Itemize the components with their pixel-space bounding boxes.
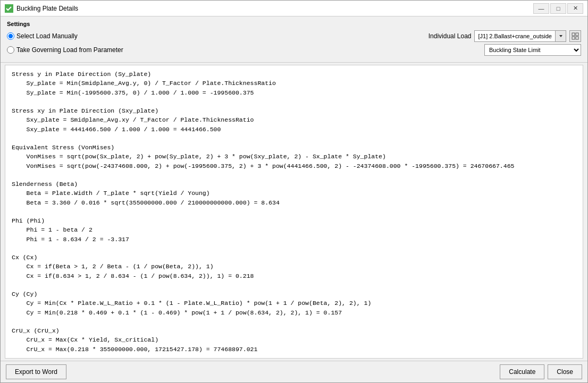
close-button[interactable]: Close: [548, 364, 582, 379]
title-bar: Buckling Plate Details — □ ✕: [1, 1, 587, 16]
content-area: Stress y in Plate Direction (Sy_plate) S…: [5, 65, 583, 359]
window-icon: [5, 4, 13, 13]
main-window: Buckling Plate Details — □ ✕ Settings Se…: [0, 0, 588, 383]
settings-section: Settings Select Load Manually Individual…: [1, 16, 587, 63]
settings-row-2: Take Governing Load from Parameter Buckl…: [7, 44, 581, 56]
settings-label: Settings: [7, 21, 581, 27]
window-title: Buckling Plate Details: [16, 5, 533, 12]
individual-load-label: Individual Load: [429, 32, 472, 40]
content-scroll[interactable]: Stress y in Plate Direction (Sy_plate) S…: [5, 65, 583, 358]
settings-row-1: Select Load Manually Individual Load [J1…: [7, 30, 581, 42]
individual-load-dropdown-btn[interactable]: [555, 31, 566, 41]
individual-load-group: Individual Load [J1] 2.Ballast+crane_out…: [429, 30, 581, 42]
radio-governing-load-label: Take Governing Load from Parameter: [16, 46, 123, 54]
state-limit-group: Buckling State Limit: [484, 44, 581, 56]
close-window-button[interactable]: ✕: [567, 3, 583, 14]
minimize-button[interactable]: —: [533, 3, 549, 14]
individual-load-value: [J1] 2.Ballast+crane_outside: [475, 33, 555, 39]
radio-select-load[interactable]: Select Load Manually: [7, 32, 78, 40]
window-controls: — □ ✕: [533, 3, 583, 14]
individual-load-dropdown[interactable]: [J1] 2.Ballast+crane_outside: [474, 30, 566, 42]
radio-select-load-input[interactable]: [7, 32, 14, 40]
state-limit-select[interactable]: Buckling State Limit: [485, 45, 581, 55]
export-to-word-button[interactable]: Export to Word: [6, 364, 66, 379]
radio-governing-load[interactable]: Take Governing Load from Parameter: [7, 46, 123, 54]
svg-marker-1: [559, 35, 562, 37]
svg-rect-4: [572, 37, 575, 39]
state-limit-select-wrapper[interactable]: Buckling State Limit: [484, 44, 581, 56]
svg-rect-3: [576, 33, 578, 36]
radio-select-load-label: Select Load Manually: [16, 32, 78, 40]
bottom-bar: Export to Word Calculate Close: [1, 361, 587, 382]
svg-rect-2: [572, 33, 575, 36]
maximize-button[interactable]: □: [550, 3, 566, 14]
load-picker-btn[interactable]: [569, 30, 581, 42]
radio-governing-load-input[interactable]: [7, 46, 14, 54]
svg-rect-5: [576, 37, 578, 39]
calculate-button[interactable]: Calculate: [500, 364, 544, 379]
